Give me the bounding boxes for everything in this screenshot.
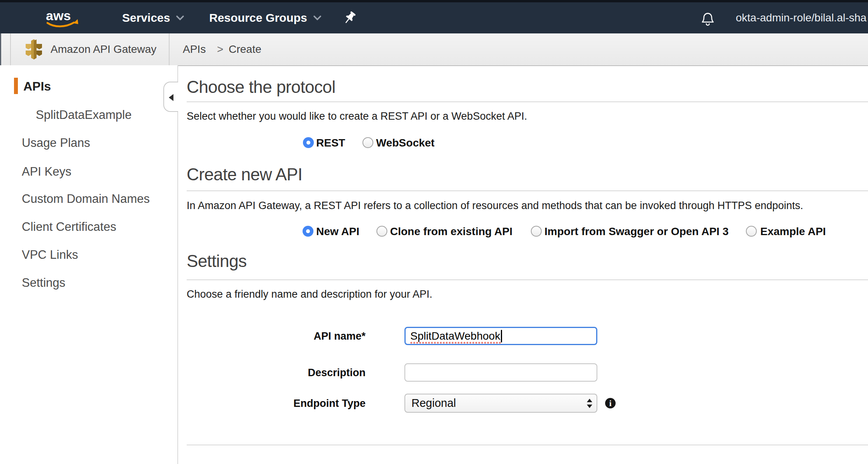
breadcrumb-create: Create [229,33,261,65]
window-edge [0,33,1,65]
aws-console-page: aws Services Resource Groups okta-admin-… [0,0,868,464]
radio-clone-api[interactable] [376,226,387,237]
bell-icon[interactable] [701,12,715,26]
svg-text:aws: aws [46,8,71,23]
endpoint-type-value: Regional [411,397,456,410]
description-input[interactable] [404,363,597,382]
radio-websocket[interactable] [362,137,373,148]
nav-resource-groups-label: Resource Groups [209,11,307,24]
divider [187,445,868,445]
radio-clone-api-label[interactable]: Clone from existing API [390,226,513,237]
divider [10,33,11,65]
radio-rest-label[interactable]: REST [316,138,345,148]
create-description: In Amazon API Gateway, a REST API refers… [187,200,803,211]
divider [169,33,170,65]
sidebar-item-apis[interactable]: APIs [23,80,51,92]
chevron-down-icon [176,16,184,20]
divider [187,101,868,102]
top-navbar: aws Services Resource Groups okta-admin-… [0,2,868,33]
radio-example-api-label[interactable]: Example API [760,226,826,237]
divider [187,279,868,280]
service-title[interactable]: Amazon API Gateway [51,33,156,65]
sidebar-item-settings[interactable]: Settings [22,277,65,289]
aws-logo[interactable]: aws [44,7,80,29]
api-gateway-icon [24,39,44,60]
radio-new-api[interactable] [303,226,313,237]
settings-description: Choose a friendly name and description f… [187,288,432,300]
protocol-description: Select whether you would like to create … [187,110,527,122]
select-stepper-icon [587,399,592,408]
radio-rest[interactable] [303,137,314,148]
radio-import-swagger-label[interactable]: Import from Swagger or Open API 3 [544,226,728,237]
chevron-down-icon [313,16,321,20]
description-label: Description [232,367,366,378]
sidebar-item-vpc-links[interactable]: VPC Links [22,249,78,261]
breadcrumb-apis[interactable]: APIs [183,33,206,65]
radio-example-api[interactable] [746,226,757,237]
section-title-settings: Settings [187,251,247,271]
info-icon[interactable]: i [605,398,616,408]
account-label: okta-admin-role/bilal.al-sha [736,12,866,24]
text-cursor [501,330,502,342]
sidebar-item-splitdataexample[interactable]: SplitDataExample [36,109,131,121]
breadcrumb-separator: > [217,33,223,65]
sidebar-collapse-button[interactable] [163,82,178,112]
divider [187,190,868,191]
radio-import-swagger[interactable] [531,226,542,237]
nav-services[interactable]: Services [122,2,184,33]
collapse-arrow-icon [169,94,173,101]
nav-resource-groups[interactable]: Resource Groups [209,2,321,33]
section-title-create: Create new API [187,165,302,184]
sidebar-item-client-certificates[interactable]: Client Certificates [22,221,116,233]
sidebar-active-indicator [14,78,18,94]
sidebar-item-usage-plans[interactable]: Usage Plans [22,137,90,149]
endpoint-type-select[interactable]: Regional [404,394,597,413]
section-title-protocol: Choose the protocol [187,77,335,97]
account-menu[interactable]: okta-admin-role/bilal.al-sha [736,2,866,33]
api-name-value: SplitDataWebhook [410,330,500,342]
sidebar [0,65,178,464]
pin-icon[interactable] [342,10,357,26]
radio-new-api-label[interactable]: New API [316,226,359,237]
api-name-label: API name* [232,331,366,342]
nav-services-label: Services [122,11,170,24]
sidebar-item-api-keys[interactable]: API Keys [22,166,72,178]
breadcrumb-bar: Amazon API Gateway APIs > Create [0,33,868,66]
endpoint-type-label: Endpoint Type [232,398,366,409]
radio-websocket-label[interactable]: WebSocket [376,138,434,148]
sidebar-item-custom-domain-names[interactable]: Custom Domain Names [22,193,150,205]
api-name-input[interactable]: SplitDataWebhook [404,327,597,345]
